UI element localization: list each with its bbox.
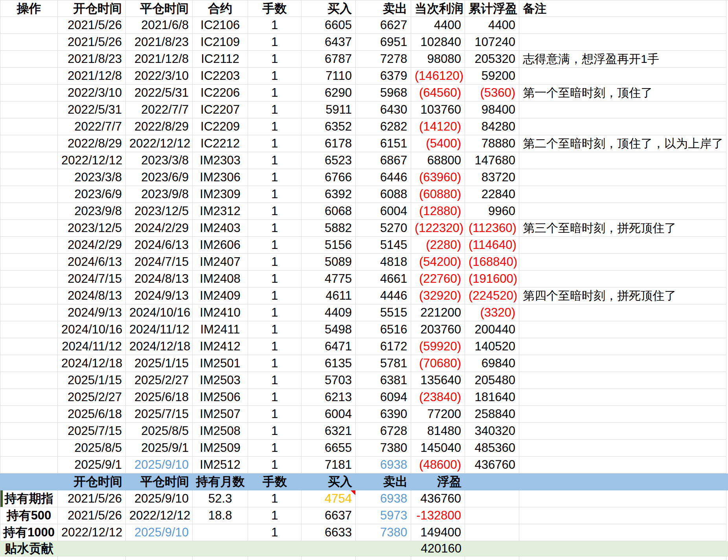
cell-operation[interactable]	[0, 457, 58, 473]
cell-lots[interactable]: 1	[248, 186, 301, 203]
cell-note[interactable]	[519, 34, 726, 51]
cell-lots[interactable]: 1	[248, 51, 301, 68]
cell-buy[interactable]: 6633	[301, 524, 356, 541]
cell-close-time[interactable]: 2025/6/18	[126, 389, 193, 406]
header-note[interactable]: 备注	[519, 0, 726, 17]
cell-open-time[interactable]: 2022/12/12	[58, 152, 126, 169]
cell-cum-profit[interactable]: 4400	[465, 17, 519, 34]
cell-lots[interactable]	[248, 541, 301, 556]
cell-operation[interactable]	[0, 51, 58, 68]
cell-contract[interactable]: IM2411	[193, 321, 248, 338]
cell-operation[interactable]	[0, 118, 58, 135]
cell-profit[interactable]: 4400	[411, 17, 465, 34]
header-sell[interactable]: 卖出	[356, 0, 411, 17]
cell-profit[interactable]: (70680)	[411, 355, 465, 372]
cell-profit[interactable]: 81480	[411, 423, 465, 440]
cell-cum-profit[interactable]: 9960	[465, 203, 519, 220]
cell-open-time[interactable]: 2021/8/23	[58, 51, 126, 68]
cell-sell[interactable]: 6951	[356, 34, 411, 51]
cell-cum-profit[interactable]: 436760	[465, 457, 519, 473]
cell-close-time[interactable]: 2024/10/16	[126, 304, 193, 321]
cell-operation[interactable]	[0, 372, 58, 389]
cell-buy[interactable]: 5498	[301, 321, 356, 338]
cell-close-time[interactable]: 2022/8/29	[126, 118, 193, 135]
cell-profit[interactable]: 221200	[411, 304, 465, 321]
cell-contract[interactable]: IM2501	[193, 355, 248, 372]
cell-open-time[interactable]: 2025/2/27	[58, 389, 126, 406]
cell-contract[interactable]: IC2207	[193, 101, 248, 118]
cell-close-time[interactable]: 2021/8/23	[126, 34, 193, 51]
cell-close-time[interactable]: 2021/6/8	[126, 17, 193, 34]
cell-buy[interactable]: 6004	[301, 406, 356, 423]
cell-close-time[interactable]: 2025/1/15	[126, 355, 193, 372]
cell-operation[interactable]	[0, 17, 58, 34]
cell-contract[interactable]: IM2306	[193, 169, 248, 186]
cell-note[interactable]	[519, 169, 726, 186]
cell-buy[interactable]: 5703	[301, 372, 356, 389]
cell-note[interactable]	[519, 68, 726, 85]
cell-lots[interactable]: 1	[248, 355, 301, 372]
cell-contract[interactable]: IC2206	[193, 85, 248, 101]
cell-contract[interactable]: IC2112	[193, 51, 248, 68]
cell-contract[interactable]: IM2412	[193, 338, 248, 355]
cell-profit[interactable]: 77200	[411, 406, 465, 423]
cell-contract[interactable]: IM2512	[193, 457, 248, 473]
cell-operation[interactable]	[0, 287, 58, 304]
cell-contract[interactable]: IM2312	[193, 203, 248, 220]
cell-hold-months[interactable]: 18.8	[193, 507, 248, 524]
cell-cum-profit[interactable]: 22840	[465, 186, 519, 203]
cell-blank[interactable]	[465, 524, 519, 541]
cell-lots[interactable]: 1	[248, 17, 301, 34]
cell-lots[interactable]: 1	[248, 287, 301, 304]
cell-contract[interactable]: IM2403	[193, 220, 248, 237]
cell-operation[interactable]	[0, 85, 58, 101]
cell-note[interactable]	[519, 406, 726, 423]
cell-buy[interactable]: 6321	[301, 423, 356, 440]
cell-profit[interactable]: (32920)	[411, 287, 465, 304]
cell-buy[interactable]: 6605	[301, 17, 356, 34]
cell-sell[interactable]: 5973	[356, 507, 411, 524]
cell-buy[interactable]: 6213	[301, 389, 356, 406]
cell-sell[interactable]: 6094	[356, 389, 411, 406]
cell-note[interactable]	[519, 423, 726, 440]
cell-close-time[interactable]: 2025/9/10	[126, 524, 193, 541]
cell-open-time[interactable]: 2025/9/1	[58, 457, 126, 473]
cell-contract[interactable]: IM2508	[193, 423, 248, 440]
header-operation[interactable]: 操作	[0, 0, 58, 17]
cell-close-time[interactable]	[126, 541, 193, 556]
cell-close-time[interactable]: 2023/12/5	[126, 203, 193, 220]
cell-operation[interactable]: 持有期指	[0, 490, 58, 507]
cell-close-time[interactable]: 2025/7/15	[126, 406, 193, 423]
cell-blank2[interactable]	[519, 524, 726, 541]
cell-contract[interactable]: IC2106	[193, 17, 248, 34]
cell-sell[interactable]: 5145	[356, 237, 411, 254]
cell-contract[interactable]: IM2507	[193, 406, 248, 423]
cell-cum-profit[interactable]: 205480	[465, 372, 519, 389]
cell-contract[interactable]: IM2606	[193, 237, 248, 254]
cell-sell[interactable]: 7380	[356, 524, 411, 541]
cell-operation[interactable]	[0, 68, 58, 85]
cell-sell[interactable]: 6088	[356, 186, 411, 203]
cell-cum-profit[interactable]: 107240	[465, 34, 519, 51]
cell-open-time[interactable]: 2024/9/13	[58, 304, 126, 321]
cell-hold-months[interactable]	[193, 524, 248, 541]
cell-note[interactable]	[519, 304, 726, 321]
cell-contract[interactable]: IM2506	[193, 389, 248, 406]
cell-sell[interactable]: 5968	[356, 85, 411, 101]
cell-note[interactable]: 第二个至暗时刻，顶住了，以为上岸了	[519, 135, 726, 152]
cell-lots[interactable]: 1	[248, 457, 301, 473]
header-contract[interactable]: 合约	[193, 0, 248, 17]
cell-buy[interactable]: 5882	[301, 220, 356, 237]
cell-open-time[interactable]: 2022/7/7	[58, 118, 126, 135]
cell-close-time[interactable]: 2024/7/15	[126, 254, 193, 271]
cell-buy[interactable]: 5911	[301, 101, 356, 118]
cell-open-time[interactable]: 2021/5/26	[58, 34, 126, 51]
cell-profit[interactable]: (5400)	[411, 135, 465, 152]
cell-lots[interactable]: 1	[248, 237, 301, 254]
cell-buy[interactable]: 5089	[301, 254, 356, 271]
cell-close-time[interactable]: 2024/12/18	[126, 338, 193, 355]
cell-close-time[interactable]: 2024/8/13	[126, 271, 193, 287]
cell-sell[interactable]: 4446	[356, 287, 411, 304]
header-sell[interactable]: 卖出	[356, 473, 411, 490]
cell-contract[interactable]: IM2409	[193, 287, 248, 304]
